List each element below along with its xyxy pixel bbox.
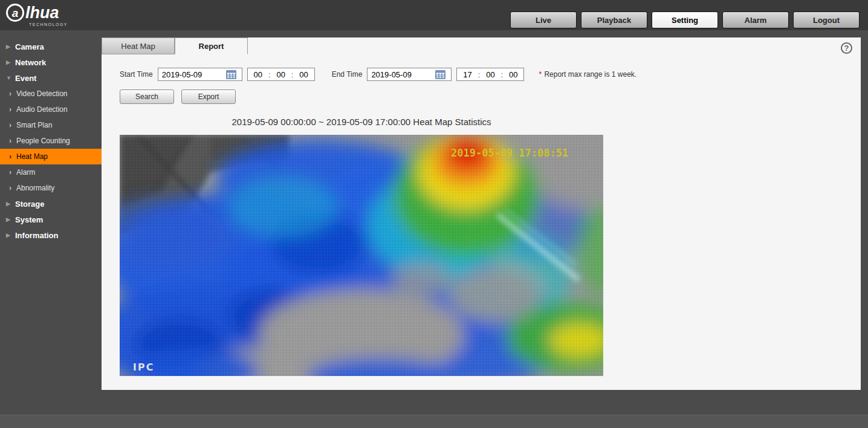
colon-separator: : bbox=[291, 70, 294, 79]
start-time-label: Start Time bbox=[120, 70, 153, 79]
start-minutes[interactable]: 00 bbox=[276, 70, 285, 79]
sidebar-item-label: System bbox=[15, 215, 43, 224]
end-minutes[interactable]: 00 bbox=[486, 70, 494, 79]
nav-live-button[interactable]: Live bbox=[510, 11, 577, 28]
search-button[interactable]: Search bbox=[120, 89, 174, 104]
top-header: a lhua TECHNOLOGY Live Playback Setting … bbox=[0, 0, 868, 30]
start-seconds[interactable]: 00 bbox=[299, 70, 308, 79]
sidebar-subitem-label: Video Detection bbox=[16, 89, 68, 98]
end-seconds[interactable]: 00 bbox=[509, 70, 517, 79]
required-asterisk: * bbox=[539, 70, 542, 79]
nav-alarm-button[interactable]: Alarm bbox=[722, 11, 789, 28]
start-hours[interactable]: 00 bbox=[254, 70, 262, 79]
tab-label: Report bbox=[199, 42, 224, 51]
logo-a-icon: a bbox=[6, 4, 24, 22]
sidebar-item-heat-map[interactable]: › Heat Map bbox=[0, 149, 102, 164]
chevron-right-icon: › bbox=[9, 105, 16, 114]
end-date-input[interactable] bbox=[368, 70, 435, 79]
sidebar-item-people-counting[interactable]: › People Counting bbox=[0, 133, 102, 149]
logo-subtitle: TECHNOLOGY bbox=[29, 22, 68, 27]
start-date-field bbox=[158, 68, 242, 81]
settings-panel: Heat Map Report ? Start Time bbox=[102, 37, 861, 390]
sidebar-item-camera[interactable]: ▶ Camera bbox=[0, 39, 102, 54]
sidebar-subitem-label: Audio Detection bbox=[16, 105, 68, 114]
tab-label: Heat Map bbox=[121, 42, 155, 51]
heatmap-image: 2019-05-09 17:08:51 IPC bbox=[120, 135, 603, 376]
logo-text: lhua bbox=[25, 5, 59, 21]
sidebar-item-alarm[interactable]: › Alarm bbox=[0, 164, 102, 180]
tab-bar: Heat Map Report bbox=[102, 37, 861, 54]
range-note-text: Report max range is 1 week. bbox=[544, 70, 636, 79]
page: a lhua TECHNOLOGY Live Playback Setting … bbox=[0, 0, 868, 428]
main-area: Heat Map Report ? Start Time bbox=[102, 30, 868, 415]
colon-separator: : bbox=[478, 70, 481, 79]
chevron-right-icon: › bbox=[9, 168, 16, 177]
sidebar-item-information[interactable]: ▶ Information bbox=[0, 227, 102, 243]
chevron-right-icon: › bbox=[9, 121, 16, 129]
chevron-right-icon: › bbox=[9, 89, 16, 98]
triangle-right-icon: ▶ bbox=[6, 59, 15, 65]
sidebar-subitem-label: Smart Plan bbox=[16, 121, 52, 129]
start-date-input[interactable] bbox=[158, 70, 226, 79]
end-date-field bbox=[367, 68, 452, 81]
logo-wordmark: a lhua bbox=[6, 4, 68, 22]
chevron-right-icon: › bbox=[9, 152, 16, 161]
sidebar-item-storage[interactable]: ▶ Storage bbox=[0, 196, 102, 212]
heatmap-timestamp: 2019-05-09 17:08:51 bbox=[451, 147, 568, 159]
action-buttons: Search Export bbox=[120, 89, 861, 104]
triangle-right-icon: ▶ bbox=[6, 44, 15, 50]
body-row: ▶ Camera ▶ Network ▼ Event › Video Detec… bbox=[0, 30, 868, 415]
report-content: Start Time bbox=[102, 54, 861, 376]
nav-setting-button[interactable]: Setting bbox=[652, 11, 718, 28]
colon-separator: : bbox=[501, 70, 504, 79]
start-time-input[interactable]: 00 : 00 : 00 bbox=[247, 68, 315, 81]
export-button[interactable]: Export bbox=[181, 89, 236, 104]
calendar-icon[interactable] bbox=[226, 70, 236, 79]
sidebar-item-network[interactable]: ▶ Network bbox=[0, 54, 102, 70]
sidebar-item-smart-plan[interactable]: › Smart Plan bbox=[0, 117, 102, 133]
end-hours[interactable]: 17 bbox=[463, 70, 471, 79]
chevron-right-icon: › bbox=[9, 184, 16, 192]
sidebar-subitem-label: Abnormality bbox=[16, 184, 54, 192]
dahua-logo: a lhua TECHNOLOGY bbox=[6, 0, 68, 30]
nav-logout-button[interactable]: Logout bbox=[793, 11, 860, 28]
range-note: * Report max range is 1 week. bbox=[539, 70, 636, 79]
end-time-label: End Time bbox=[332, 70, 363, 79]
sidebar-subitem-label: Heat Map bbox=[16, 152, 48, 161]
triangle-down-icon: ▼ bbox=[6, 75, 15, 81]
calendar-icon[interactable] bbox=[435, 70, 445, 79]
sidebar-item-label: Camera bbox=[15, 42, 44, 51]
help-icon[interactable]: ? bbox=[841, 42, 852, 54]
nav-playback-button[interactable]: Playback bbox=[581, 11, 647, 28]
triangle-right-icon: ▶ bbox=[6, 201, 15, 207]
sidebar: ▶ Camera ▶ Network ▼ Event › Video Detec… bbox=[0, 30, 102, 415]
sidebar-item-abnormality[interactable]: › Abnormality bbox=[0, 180, 102, 196]
ipc-watermark: IPC bbox=[133, 362, 154, 373]
colon-separator: : bbox=[268, 70, 271, 79]
sidebar-item-label: Information bbox=[15, 231, 59, 240]
end-time-input[interactable]: 17 : 00 : 00 bbox=[456, 68, 524, 81]
tab-report[interactable]: Report bbox=[175, 37, 248, 54]
sidebar-item-event[interactable]: ▼ Event bbox=[0, 70, 102, 86]
triangle-right-icon: ▶ bbox=[6, 216, 15, 222]
heatmap-container: 2019-05-09 17:08:51 IPC bbox=[120, 135, 603, 376]
sidebar-item-label: Event bbox=[15, 74, 36, 83]
sidebar-item-label: Network bbox=[15, 58, 46, 67]
report-title: 2019-05-09 00:00:00 ~ 2019-05-09 17:00:0… bbox=[120, 117, 603, 127]
chevron-right-icon: › bbox=[9, 137, 16, 145]
sidebar-item-system[interactable]: ▶ System bbox=[0, 212, 102, 227]
sidebar-item-label: Storage bbox=[15, 199, 44, 209]
sidebar-subitem-label: People Counting bbox=[16, 137, 70, 145]
sidebar-item-video-detection[interactable]: › Video Detection bbox=[0, 86, 102, 102]
triangle-right-icon: ▶ bbox=[6, 232, 15, 238]
top-nav: Live Playback Setting Alarm Logout bbox=[506, 0, 860, 30]
footer-strip bbox=[0, 415, 868, 428]
tab-heat-map[interactable]: Heat Map bbox=[102, 37, 175, 54]
time-range-form: Start Time bbox=[120, 68, 861, 81]
sidebar-item-audio-detection[interactable]: › Audio Detection bbox=[0, 102, 102, 117]
sidebar-subitem-label: Alarm bbox=[16, 168, 35, 177]
